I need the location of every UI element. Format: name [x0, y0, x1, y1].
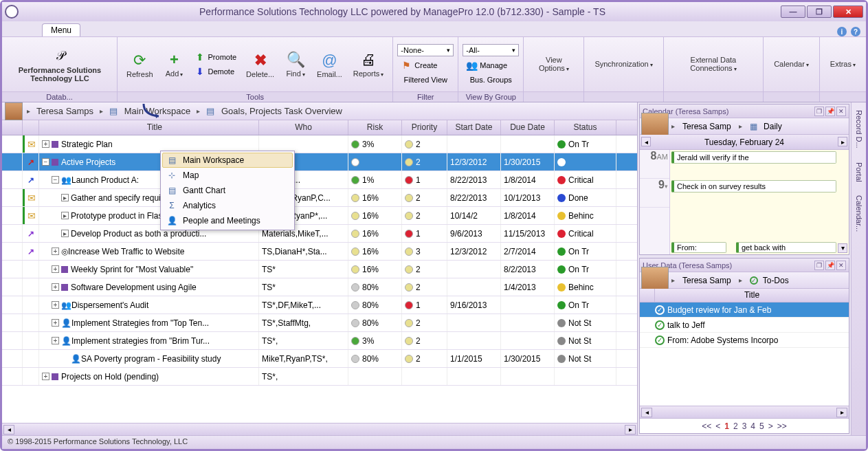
help-icon[interactable]: ? — [851, 27, 860, 36]
filter-create-button[interactable]: ⚑Create — [397, 58, 441, 72]
row-title[interactable]: 👤 SA Poverty program - Feasibility study — [39, 350, 259, 367]
pager-page-4[interactable]: 4 — [750, 421, 755, 431]
ctx-item-map[interactable]: ⊹Map — [162, 168, 293, 183]
pager-prev[interactable]: < — [715, 421, 720, 431]
pager-page-2[interactable]: 2 — [733, 421, 738, 431]
grid-row[interactable]: +👤 Implement Strategies from "Top Ten...… — [2, 314, 637, 332]
calendar-scroll-down-button[interactable]: ▾ — [838, 243, 847, 253]
pager-page-1[interactable]: 1 — [724, 421, 729, 431]
pager-next[interactable]: > — [768, 421, 773, 431]
userdata-bc-view[interactable]: ✓To-Dos — [745, 275, 794, 286]
extras-button[interactable]: Extras▾ — [824, 45, 862, 84]
calendar-event[interactable]: Check in on survey results — [671, 180, 836, 192]
tree-toggle[interactable]: − — [52, 176, 59, 184]
grid-row[interactable]: ↗−Active Projects212/3/20121/30/2015 — [2, 153, 637, 171]
horizontal-scrollbar[interactable]: ◂ ▸ — [2, 423, 637, 435]
todo-row[interactable]: ✓From: Adobe Systems Incorpo — [640, 333, 849, 348]
pager-last[interactable]: >> — [777, 421, 787, 431]
tree-toggle[interactable]: + — [52, 248, 59, 255]
scroll-right-button[interactable]: ▸ — [625, 425, 636, 434]
breadcrumb-arrow-icon[interactable]: ▸ — [195, 107, 201, 115]
row-title[interactable]: +👤 Implement Strategies from "Top Ten... — [39, 314, 259, 331]
panel-close-button[interactable]: ✕ — [836, 107, 846, 116]
filter-select[interactable]: -None-▾ — [397, 44, 454, 56]
user-data-grid-body[interactable]: ✓Budget review for Jan & Feb✓talk to Jef… — [640, 302, 849, 406]
grid-row[interactable]: +Weekly Sprint for "Most Valuable"TS*16%… — [2, 261, 637, 278]
tree-toggle[interactable]: − — [42, 158, 49, 166]
todo-row[interactable]: ✓Budget review for Jan & Feb — [640, 302, 849, 318]
external-data-button[interactable]: External Data Connections▾ — [668, 45, 759, 84]
userdata-bc-user[interactable]: Teresa Samp — [678, 275, 736, 286]
email-button[interactable]: @ Email... — [312, 49, 347, 80]
ctx-item-analytics[interactable]: ΣAnalytics — [162, 198, 293, 213]
breadcrumb-arrow-icon[interactable]: ▸ — [25, 107, 32, 115]
grid-row[interactable]: ↗+◎ Increase Web Traffic to WebsiteTS,Di… — [2, 243, 637, 261]
tree-toggle[interactable]: ▸ — [61, 212, 69, 219]
minimize-button[interactable]: — — [781, 6, 805, 18]
menu-tab[interactable]: Menu — [42, 23, 80, 36]
calendar-button[interactable]: Calendar▾ — [768, 45, 815, 84]
tree-toggle[interactable]: + — [42, 373, 49, 380]
tree-toggle[interactable]: + — [52, 283, 59, 291]
row-title[interactable]: +Weekly Sprint for "Most Valuable" — [39, 261, 259, 278]
group-select[interactable]: -All-▾ — [463, 44, 519, 56]
synchronization-button[interactable]: Synchronization▾ — [588, 45, 658, 84]
row-title[interactable]: +👥 Dispersement's Audit — [39, 296, 259, 314]
tree-toggle[interactable]: ▸ — [61, 230, 69, 237]
delete-button[interactable]: ✖ Delete... — [241, 49, 279, 80]
tree-toggle[interactable]: + — [52, 301, 59, 309]
reports-button[interactable]: 🖨 Reports▾ — [348, 48, 389, 81]
row-title[interactable]: +Projects on Hold (pending) — [39, 368, 259, 385]
breadcrumb-user[interactable]: Teresa Samps — [32, 105, 98, 117]
tree-toggle[interactable]: + — [52, 337, 59, 344]
tree-toggle[interactable]: + — [42, 140, 49, 148]
calendar-bc-view[interactable]: ▦ Daily — [745, 121, 787, 132]
panel-close-button[interactable]: ✕ — [836, 261, 846, 270]
grid-row[interactable]: ✉▸Gather and specify requirementsDianaH,… — [2, 189, 637, 207]
grid-row[interactable]: +Projects on Hold (pending)TS*, — [2, 368, 637, 386]
col-priority[interactable]: Priority — [402, 120, 447, 135]
panel-restore-button[interactable]: ❐ — [814, 261, 824, 270]
pager-page-5[interactable]: 5 — [759, 421, 764, 431]
col-status[interactable]: Status — [555, 120, 616, 135]
user-data-hscroll[interactable]: ◂▸ — [640, 406, 849, 418]
grid-row[interactable]: ↗−👥 Launch Product A:MariaS*,...1%18/22/… — [2, 171, 637, 189]
userdata-col-title[interactable]: Title — [655, 289, 849, 302]
ctx-item-people-and-meetings[interactable]: 👤People and Meetings — [162, 213, 293, 228]
calendar-event[interactable]: Jerald will verify if the — [671, 151, 836, 164]
scroll-left-button[interactable]: ◂ — [3, 425, 14, 434]
calendar-body[interactable]: 8AM 9▾ Jerald will verify if the Check i… — [640, 150, 849, 254]
tree-toggle[interactable]: ▸ — [61, 194, 69, 201]
info-icon[interactable]: i — [837, 27, 847, 36]
close-button[interactable]: ✕ — [833, 6, 863, 18]
grid-row[interactable]: +👤 Implement strategies from "Brim Tur..… — [2, 332, 637, 350]
pager-page-3[interactable]: 3 — [742, 421, 747, 431]
todo-row[interactable]: ✓talk to Jeff — [640, 318, 849, 333]
calendar-bc-user[interactable]: Teresa Samp — [678, 121, 736, 132]
side-tab-record[interactable]: Record D... — [853, 105, 865, 153]
maximize-button[interactable]: ❐ — [807, 6, 832, 18]
side-tab-portal[interactable]: Portal — [853, 157, 865, 187]
col-due-date[interactable]: Due Date — [501, 120, 555, 135]
panel-restore-button[interactable]: ❐ — [814, 107, 824, 116]
grid-row[interactable]: +Software Development using AgileTS*80%2… — [2, 278, 637, 296]
breadcrumb-arrow-icon[interactable]: ▸ — [98, 107, 104, 115]
col-start-date[interactable]: Start Date — [447, 120, 501, 135]
ctx-item-gantt-chart[interactable]: ▤Gantt Chart — [162, 183, 293, 198]
promote-button[interactable]: ⬆Promote — [191, 50, 241, 64]
grid-row[interactable]: +👥 Dispersement's AuditTS*,DF,MikeT,...8… — [2, 296, 637, 314]
row-title[interactable]: +◎ Increase Web Traffic to Website — [39, 243, 259, 260]
calendar-next-button[interactable]: ▸ — [838, 137, 847, 146]
find-button[interactable]: 🔍 Find▾ — [280, 48, 311, 81]
view-options-button[interactable]: View Options▾ — [528, 41, 579, 88]
manage-groups-button[interactable]: 👥Manage — [463, 58, 511, 72]
col-who[interactable]: Who — [259, 120, 348, 135]
col-risk[interactable]: Risk — [348, 120, 402, 135]
grid-row[interactable]: ✉+Strategic Plan3%2On Tr — [2, 135, 637, 153]
panel-pin-button[interactable]: 📌 — [825, 261, 835, 270]
side-tab-calendar[interactable]: Calendar... — [853, 190, 865, 236]
calendar-event-stub[interactable]: get back with — [736, 242, 836, 253]
grid-row[interactable]: ↗▸Develop Product as both a producti...M… — [2, 225, 637, 243]
company-logo-button[interactable]: 𝒫 Performance Solutions Technology LLC — [6, 45, 113, 85]
breadcrumb-view[interactable]: ▤ Goals, Projects Task Overview — [201, 105, 347, 117]
